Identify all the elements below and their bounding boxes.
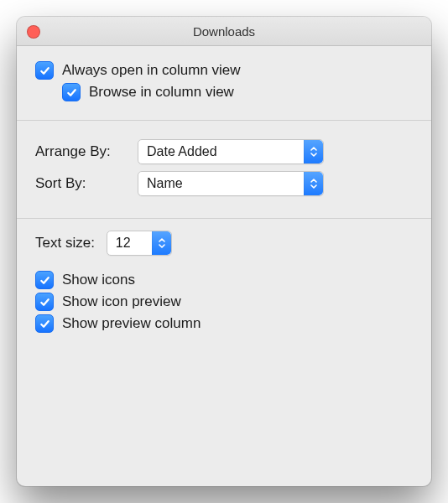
show-icons-label: Show icons bbox=[62, 272, 135, 288]
text-size-label: Text size: bbox=[35, 235, 95, 252]
always-open-row: Always open in column view bbox=[35, 61, 413, 80]
browse-row: Browse in column view bbox=[62, 83, 413, 101]
text-size-stepper-icon bbox=[152, 231, 171, 255]
close-button[interactable] bbox=[27, 25, 40, 39]
show-preview-column-checkbox[interactable] bbox=[35, 314, 54, 333]
browse-checkbox[interactable] bbox=[62, 83, 81, 101]
text-size-row: Text size: 12 bbox=[35, 231, 413, 256]
arrange-by-value: Date Added bbox=[138, 141, 304, 163]
sort-by-stepper-icon bbox=[304, 172, 323, 195]
always-open-checkbox[interactable] bbox=[35, 61, 54, 80]
always-open-label: Always open in column view bbox=[62, 62, 241, 79]
arrange-by-select[interactable]: Date Added bbox=[138, 139, 324, 164]
show-icons-checkbox[interactable] bbox=[35, 271, 54, 289]
show-preview-column-label: Show preview column bbox=[62, 315, 201, 332]
sort-by-value: Name bbox=[138, 173, 304, 194]
titlebar: Downloads bbox=[17, 17, 431, 46]
sort-by-row: Sort By: Name bbox=[35, 171, 413, 196]
window-title: Downloads bbox=[193, 24, 255, 39]
view-options-window: Downloads Always open in column view Bro… bbox=[17, 17, 431, 486]
browse-label: Browse in column view bbox=[89, 84, 234, 101]
sort-by-select[interactable]: Name bbox=[138, 171, 324, 196]
show-icon-preview-checkbox[interactable] bbox=[35, 293, 54, 311]
show-icon-preview-label: Show icon preview bbox=[62, 293, 181, 310]
sort-by-label: Sort By: bbox=[35, 175, 126, 192]
arrange-by-label: Arrange By: bbox=[35, 143, 126, 160]
text-size-select[interactable]: 12 bbox=[107, 231, 172, 256]
text-size-value: 12 bbox=[107, 232, 152, 254]
arrange-by-stepper-icon bbox=[304, 140, 323, 163]
section-sorting: Arrange By: Date Added Sort By: Name bbox=[17, 120, 431, 218]
show-icon-preview-row: Show icon preview bbox=[35, 293, 413, 311]
show-preview-column-row: Show preview column bbox=[35, 314, 413, 333]
show-icons-row: Show icons bbox=[35, 271, 413, 289]
section-view-mode: Always open in column view Browse in col… bbox=[17, 46, 431, 120]
arrange-by-row: Arrange By: Date Added bbox=[35, 139, 413, 164]
section-display: Text size: 12 Show icons Show icon previ… bbox=[17, 218, 431, 351]
